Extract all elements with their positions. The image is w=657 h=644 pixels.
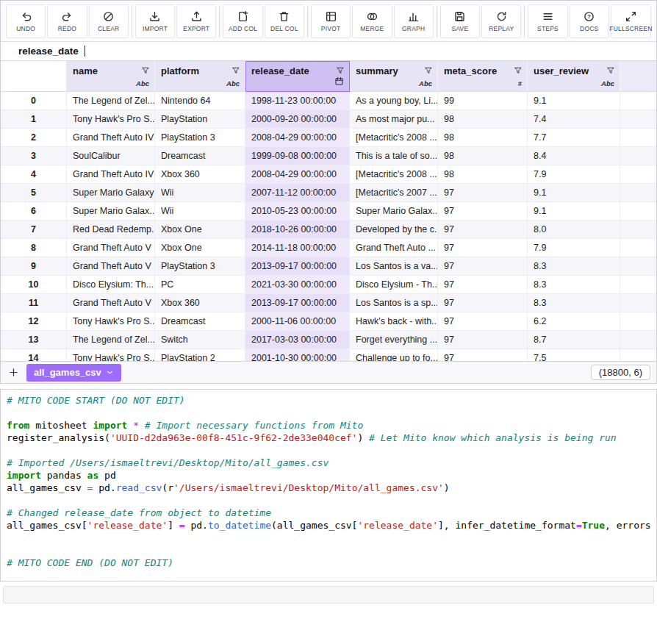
column-header-summary[interactable]: summaryAbc [350,61,438,92]
cell[interactable]: 98 [438,129,528,147]
cell[interactable]: 2014-11-18 00:00:00 [245,239,350,257]
toolbar-button-del-col[interactable]: DEL COL [265,4,304,38]
cell[interactable]: 9.1 [528,92,620,110]
row-index[interactable]: 6 [1,202,67,221]
cell[interactable]: Tony Hawk's Pro S... [67,312,155,331]
row-index[interactable]: 9 [1,257,67,276]
cell[interactable]: 8.7 [528,331,620,349]
cell[interactable]: Xbox One [155,221,245,239]
row-index[interactable]: 4 [1,165,67,184]
cell[interactable]: Super Mario Galaxy [67,184,155,202]
cell[interactable]: PlayStation [155,110,245,129]
cell[interactable]: 97 [438,239,528,257]
cell[interactable]: Developed by the c... [350,221,438,239]
cell[interactable]: Disco Elysium: Th... [67,276,155,294]
row-index[interactable]: 2 [1,129,67,147]
row-index[interactable]: 11 [1,294,67,312]
cell[interactable]: 6.2 [528,312,620,331]
row-index[interactable]: 5 [1,184,67,202]
cell[interactable]: This is a tale of so... [350,147,438,165]
toolbar-button-fullscreen[interactable]: FULLSCREEN [611,4,651,38]
cell[interactable]: 7.7 [528,129,620,147]
cell[interactable]: 1999-09-08 00:00:00 [245,147,350,165]
cell[interactable]: 9.1 [528,184,620,202]
toolbar-button-pivot[interactable]: PIVOT [311,4,351,38]
cell[interactable]: Grand Theft Auto V [67,294,155,312]
cell[interactable]: 2008-04-29 00:00:00 [245,165,350,184]
cell[interactable]: [Metacritic's 2007 ... [350,184,438,202]
cell[interactable]: 98 [438,110,528,129]
cell[interactable]: Dreamcast [155,147,245,165]
cell[interactable]: 8.3 [528,276,620,294]
code-cell[interactable]: # MITO CODE START (DO NOT EDIT) from mit… [0,389,657,582]
column-header-name[interactable]: nameAbc [67,61,155,92]
cell[interactable]: 97 [438,312,528,331]
cell[interactable]: 7.9 [528,239,620,257]
cell[interactable]: PlayStation 3 [155,129,245,147]
toolbar-button-merge[interactable]: MERGE [352,4,392,38]
cell[interactable]: Wii [155,184,245,202]
cell[interactable]: Red Dead Redemp... [67,221,155,239]
cell[interactable]: 98 [438,165,528,184]
filter-icon[interactable] [231,66,240,75]
filter-icon[interactable] [606,66,615,75]
cell[interactable]: PlayStation 3 [155,257,245,276]
cell[interactable]: Xbox 360 [155,294,245,312]
cell[interactable]: Challenge up to fo... [350,349,438,361]
cell[interactable]: 7.4 [528,110,620,129]
cell[interactable]: Tony Hawk's Pro S... [67,349,155,361]
toolbar-button-clear[interactable]: CLEAR [89,4,129,38]
toolbar-button-steps[interactable]: STEPS [528,4,567,38]
cell[interactable]: Tony Hawk's Pro S... [67,110,155,129]
row-index[interactable]: 13 [1,331,67,349]
cell[interactable]: 2007-11-12 00:00:00 [245,184,350,202]
cell[interactable]: 7.9 [528,165,620,184]
cell[interactable]: 8.3 [528,257,620,276]
cell[interactable]: 98 [438,147,528,165]
toolbar-button-export[interactable]: EXPORT [176,4,216,38]
toolbar-button-save[interactable]: SAVE [440,4,480,38]
cell[interactable]: Los Santos is a va... [350,257,438,276]
toolbar-button-graph[interactable]: GRAPH [394,4,434,38]
cell[interactable]: Super Mario Galax... [350,202,438,221]
row-index[interactable]: 14 [1,349,67,361]
cell[interactable]: Super Mario Galax... [67,202,155,221]
cell[interactable]: 2021-03-30 00:00:00 [245,276,350,294]
cell[interactable]: 2000-11-06 00:00:00 [245,312,350,331]
cell[interactable]: 2010-05-23 00:00:00 [245,202,350,221]
cell[interactable]: 8.3 [528,294,620,312]
cell[interactable]: 2000-09-20 00:00:00 [245,110,350,129]
cell[interactable]: Dreamcast [155,312,245,331]
column-header-user_review[interactable]: user_reviewAbc [528,61,620,92]
row-index[interactable]: 8 [1,239,67,257]
cell[interactable]: As a young boy, Li... [350,92,438,110]
add-sheet-button[interactable] [7,365,21,379]
row-index[interactable]: 1 [1,110,67,129]
filter-icon[interactable] [424,66,433,75]
cell[interactable]: Los Santos is a sp... [350,294,438,312]
cell[interactable]: 97 [438,221,528,239]
cell[interactable]: Grand Theft Auto IV [67,165,155,184]
cell[interactable]: 99 [438,92,528,110]
column-header-meta_score[interactable]: meta_score# [438,61,528,92]
cell[interactable]: As most major pu... [350,110,438,129]
cell[interactable]: Grand Theft Auto V [67,239,155,257]
cell[interactable]: 7.5 [528,349,620,361]
empty-code-cell[interactable] [3,586,654,604]
cell[interactable]: 2017-03-03 00:00:00 [245,331,350,349]
toolbar-button-undo[interactable]: UNDO [6,4,46,38]
cell[interactable]: 97 [438,349,528,361]
column-header-release_date[interactable]: release_date [245,61,350,92]
toolbar-button-replay[interactable]: REPLAY [481,4,521,38]
cell[interactable]: Disco Elysium - Th... [350,276,438,294]
cell[interactable]: 2013-09-17 00:00:00 [245,257,350,276]
row-index[interactable]: 7 [1,221,67,239]
cell[interactable]: 8.0 [528,221,620,239]
cell[interactable]: Forget everything ... [350,331,438,349]
cell[interactable]: Switch [155,331,245,349]
cell[interactable]: Wii [155,202,245,221]
toolbar-button-docs[interactable]: ?DOCS [570,4,609,38]
cell[interactable]: Hawk's back - with... [350,312,438,331]
cell[interactable]: 97 [438,202,528,221]
cell[interactable]: 2001-10-30 00:00:00 [245,349,350,361]
